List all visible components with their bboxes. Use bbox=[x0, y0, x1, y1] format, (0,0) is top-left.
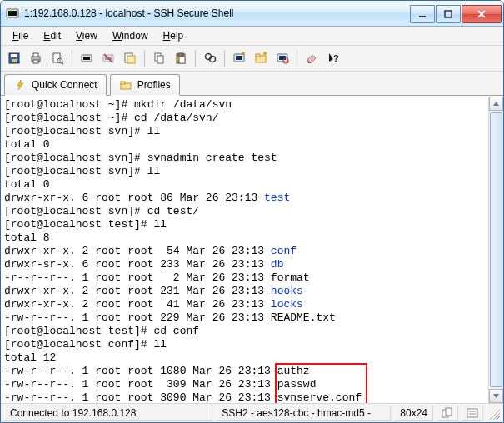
svg-rect-33 bbox=[279, 56, 286, 60]
separator bbox=[144, 50, 145, 67]
scrollbar-thumb[interactable] bbox=[490, 112, 502, 387]
eraser-icon[interactable] bbox=[302, 48, 322, 68]
terminal-line: [root@localhost svn]# cd test/ bbox=[4, 205, 485, 218]
terminal-line: [root@localhost conf]# ll bbox=[4, 338, 485, 351]
save-icon[interactable] bbox=[4, 48, 24, 68]
scroll-down-button[interactable] bbox=[489, 389, 503, 403]
status-icon-2 bbox=[462, 406, 483, 421]
folder-icon bbox=[119, 78, 132, 92]
separator bbox=[72, 50, 72, 67]
svg-rect-11 bbox=[53, 53, 60, 62]
terminal-line: drwxr-xr-x. 2 root root 41 Mar 26 23:13 … bbox=[4, 298, 485, 311]
svg-rect-24 bbox=[178, 53, 183, 56]
menu-window[interactable]: Window bbox=[106, 28, 155, 43]
terminal-line: [root@localhost ~]# cd /data/svn/ bbox=[4, 112, 485, 125]
svg-text:?: ? bbox=[333, 53, 339, 63]
disconnect-icon[interactable] bbox=[98, 48, 118, 68]
connect-icon[interactable] bbox=[77, 48, 97, 68]
terminal-line: drwxr-sr-x. 6 root root 233 Mar 26 23:13… bbox=[4, 258, 485, 271]
tab-label: Quick Connect bbox=[32, 79, 97, 91]
lightning-icon bbox=[13, 78, 27, 92]
scroll-up-button[interactable] bbox=[489, 97, 503, 111]
terminal-line: [root@localhost svn]# svnadmin create te… bbox=[4, 152, 485, 165]
statusbar: Connected to 192.168.0.128 SSH2 - aes128… bbox=[1, 403, 503, 422]
app-icon bbox=[6, 7, 19, 20]
terminal-line: -rw-r--r--. 1 root root 309 Mar 26 23:13… bbox=[4, 378, 485, 391]
window-title: 1:192.168.0.128 - localhost - SSH Secure… bbox=[24, 7, 409, 19]
tab-profiles[interactable]: Profiles bbox=[110, 74, 180, 96]
terminal-line: total 8 bbox=[4, 231, 485, 245]
svg-rect-20 bbox=[127, 56, 135, 63]
svg-rect-25 bbox=[179, 57, 185, 63]
separator bbox=[224, 50, 225, 67]
status-size: 80x24 bbox=[394, 406, 433, 421]
terminal-line: drwxr-xr-x. 2 root root 231 Mar 26 23:13… bbox=[4, 285, 485, 298]
window-controls bbox=[409, 5, 502, 22]
status-cipher: SSH2 - aes128-cbc - hmac-md5 - bbox=[216, 406, 391, 421]
terminal[interactable]: [root@localhost ~]# mkdir /data/svn[root… bbox=[1, 97, 488, 403]
terminal-line: -rw-r--r--. 1 root root 3090 Mar 26 23:1… bbox=[4, 391, 485, 403]
terminal-line: [root@localhost svn]# ll bbox=[4, 125, 485, 138]
terminal-line: [root@localhost test]# ll bbox=[4, 218, 485, 231]
terminal-line: [root@localhost test]# cd conf bbox=[4, 325, 485, 338]
svg-rect-31 bbox=[256, 54, 260, 57]
close-button[interactable] bbox=[462, 5, 502, 23]
profiles-icon[interactable] bbox=[120, 48, 140, 68]
tab-quick-connect[interactable]: Quick Connect bbox=[4, 74, 107, 96]
vertical-scrollbar[interactable] bbox=[488, 97, 503, 403]
scrollbar-track[interactable] bbox=[489, 111, 503, 389]
tab-label: Profiles bbox=[137, 79, 171, 91]
terminal-line: drwxr-xr-x. 2 root root 54 Mar 26 23:13 … bbox=[4, 245, 485, 258]
status-icon-1 bbox=[437, 406, 458, 421]
tabbar: Quick Connect Profiles bbox=[1, 72, 503, 96]
resize-grip[interactable] bbox=[487, 406, 500, 420]
separator bbox=[195, 50, 196, 67]
find-icon[interactable] bbox=[200, 48, 220, 68]
svg-rect-39 bbox=[446, 408, 452, 416]
terminal-line: -r--r--r--. 1 root root 2 Mar 26 23:13 f… bbox=[4, 271, 485, 285]
copy-icon[interactable] bbox=[149, 48, 169, 68]
maximize-button[interactable] bbox=[436, 5, 461, 23]
separator bbox=[297, 50, 297, 67]
svg-rect-10 bbox=[33, 60, 38, 63]
help-icon[interactable]: ? bbox=[323, 48, 343, 68]
svg-rect-40 bbox=[467, 409, 477, 417]
svg-rect-22 bbox=[157, 56, 163, 63]
svg-rect-7 bbox=[12, 59, 17, 62]
menu-view[interactable]: View bbox=[69, 28, 104, 43]
terminal-line: -rw-r--r--. 1 root root 1080 Mar 26 23:1… bbox=[4, 365, 485, 378]
svg-rect-3 bbox=[419, 16, 426, 17]
new-terminal-icon[interactable] bbox=[229, 48, 249, 68]
terminal-line: [root@localhost svn]# ll bbox=[4, 165, 485, 178]
new-file-transfer-icon[interactable] bbox=[251, 48, 271, 68]
menubar: File Edit View Window Help bbox=[1, 27, 503, 46]
settings-icon[interactable] bbox=[272, 48, 292, 68]
menu-file[interactable]: File bbox=[6, 28, 35, 43]
svg-rect-1 bbox=[8, 11, 17, 16]
titlebar: 1:192.168.0.128 - localhost - SSH Secure… bbox=[1, 1, 503, 27]
svg-rect-29 bbox=[236, 56, 242, 60]
status-connection: Connected to 192.168.0.128 bbox=[4, 406, 212, 421]
ssh-window: 1:192.168.0.128 - localhost - SSH Secure… bbox=[0, 0, 504, 423]
svg-rect-37 bbox=[121, 82, 125, 84]
svg-rect-9 bbox=[33, 53, 38, 57]
terminal-line: total 0 bbox=[4, 178, 485, 192]
terminal-line: drwxr-xr-x. 6 root root 86 Mar 26 23:13 … bbox=[4, 192, 485, 205]
svg-line-13 bbox=[62, 62, 63, 64]
menu-edit[interactable]: Edit bbox=[37, 28, 67, 43]
terminal-line: [root@localhost ~]# mkdir /data/svn bbox=[4, 98, 485, 112]
menu-help[interactable]: Help bbox=[157, 28, 191, 43]
svg-rect-2 bbox=[9, 12, 12, 12]
terminal-line: -rw-r--r--. 1 root root 229 Mar 26 23:13… bbox=[4, 311, 485, 325]
svg-rect-15 bbox=[83, 57, 90, 60]
print-preview-icon[interactable] bbox=[47, 48, 67, 68]
svg-rect-4 bbox=[445, 11, 452, 17]
terminal-line: total 12 bbox=[4, 351, 485, 365]
paste-icon[interactable] bbox=[171, 48, 191, 68]
svg-rect-6 bbox=[11, 54, 17, 57]
terminal-line: total 0 bbox=[4, 138, 485, 152]
terminal-area: [root@localhost ~]# mkdir /data/svn[root… bbox=[1, 96, 503, 403]
print-icon[interactable] bbox=[26, 48, 46, 68]
minimize-button[interactable] bbox=[410, 5, 435, 23]
toolbar: ? bbox=[1, 46, 503, 72]
